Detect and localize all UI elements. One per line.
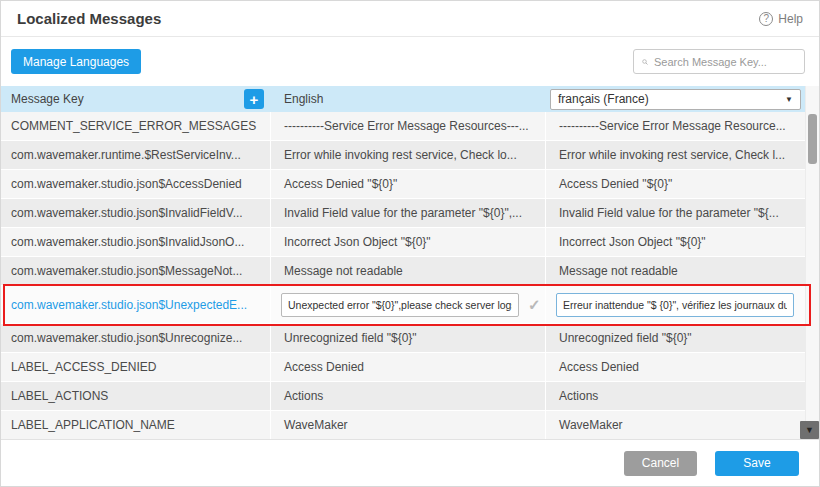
search-input[interactable] (654, 56, 796, 68)
english-cell[interactable]: Error while invoking rest service, Check… (271, 141, 546, 169)
english-cell[interactable]: Access Denied "${0}" (271, 170, 546, 198)
cancel-button[interactable]: Cancel (624, 451, 697, 476)
table-row: com.wavemaker.studio.json$Unrecognize...… (1, 324, 807, 353)
french-cell[interactable]: Error while invoking rest service, Check… (546, 141, 807, 169)
message-key-cell[interactable]: com.wavemaker.studio.json$MessageNot... (1, 257, 271, 285)
help-link[interactable]: ? Help (759, 12, 803, 26)
message-key-link[interactable]: com.wavemaker.studio.json$UnexpectedE... (11, 298, 247, 312)
table-row: LABEL_ACCESS_DENIED Access Denied Access… (1, 353, 807, 382)
add-message-key-button[interactable]: + (244, 89, 264, 109)
table-row: com.wavemaker.studio.json$InvalidJsonO..… (1, 228, 807, 257)
confirm-check-icon[interactable]: ✓ (528, 296, 541, 314)
manage-languages-button[interactable]: Manage Languages (11, 49, 141, 74)
english-cell[interactable]: ----------Service Error Message Resource… (271, 112, 546, 140)
french-cell[interactable]: Unrecognized field "${0}" (546, 324, 807, 352)
message-key-column-label: Message Key (11, 92, 84, 106)
english-cell[interactable]: Actions (271, 382, 546, 410)
table-row: com.wavemaker.runtime.$RestServiceInv...… (1, 141, 807, 170)
french-cell[interactable]: Access Denied (546, 353, 807, 381)
french-cell[interactable]: WaveMaker (546, 411, 807, 439)
help-label: Help (778, 12, 803, 26)
message-key-cell[interactable]: com.wavemaker.studio.json$InvalidFieldV.… (1, 199, 271, 227)
toolbar: Manage Languages (1, 37, 819, 86)
table-row: com.wavemaker.studio.json$InvalidFieldV.… (1, 199, 807, 228)
table-body: COMMENT_SERVICE_ERROR_MESSAGES ---------… (1, 112, 807, 440)
message-key-cell[interactable]: LABEL_APPLICATION_NAME (1, 411, 271, 439)
column-header-language: français (France) ▼ (546, 86, 807, 112)
save-button[interactable]: Save (715, 451, 799, 476)
page-title: Localized Messages (17, 10, 161, 27)
scrollbar-thumb[interactable] (808, 114, 817, 164)
message-key-cell[interactable]: LABEL_ACCESS_DENIED (1, 353, 271, 381)
search-icon (642, 56, 648, 68)
dialog-footer: Cancel Save (1, 439, 819, 486)
table-row: LABEL_APPLICATION_NAME WaveMaker WaveMak… (1, 411, 807, 440)
search-box (633, 49, 805, 74)
dialog-header: Localized Messages ? Help (1, 1, 819, 37)
french-cell[interactable]: Actions (546, 382, 807, 410)
scroll-down-button[interactable]: ▼ (800, 421, 819, 439)
english-column-label: English (284, 92, 323, 106)
english-cell[interactable]: Access Denied (271, 353, 546, 381)
table-header: Message Key + English français (France) … (1, 86, 807, 112)
french-value-input[interactable] (556, 293, 794, 317)
message-key-cell: com.wavemaker.studio.json$UnexpectedE... (1, 286, 271, 323)
column-header-english: English (271, 86, 546, 112)
message-key-cell[interactable]: com.wavemaker.runtime.$RestServiceInv... (1, 141, 271, 169)
message-key-cell[interactable]: com.wavemaker.studio.json$Unrecognize... (1, 324, 271, 352)
french-cell[interactable]: Incorrect Json Object "${0}" (546, 228, 807, 256)
vertical-scrollbar[interactable] (805, 86, 819, 441)
english-cell[interactable]: Incorrect Json Object "${0}" (271, 228, 546, 256)
message-key-cell[interactable]: LABEL_ACTIONS (1, 382, 271, 410)
english-value-input[interactable] (281, 293, 519, 317)
table-row: com.wavemaker.studio.json$MessageNot... … (1, 257, 807, 286)
message-key-cell[interactable]: com.wavemaker.studio.json$AccessDenied (1, 170, 271, 198)
message-key-cell[interactable]: com.wavemaker.studio.json$InvalidJsonO..… (1, 228, 271, 256)
english-cell-editing: ✓ (271, 286, 546, 323)
localized-messages-dialog: Localized Messages ? Help Manage Languag… (0, 0, 820, 487)
french-cell[interactable]: Access Denied "${0}" (546, 170, 807, 198)
message-key-cell[interactable]: COMMENT_SERVICE_ERROR_MESSAGES (1, 112, 271, 140)
column-header-message-key: Message Key + (1, 86, 271, 112)
language-selected-value: français (France) (558, 92, 649, 106)
english-cell[interactable]: Message not readable (271, 257, 546, 285)
table-row-selected: com.wavemaker.studio.json$UnexpectedE...… (1, 286, 807, 324)
table-row: LABEL_ACTIONS Actions Actions (1, 382, 807, 411)
language-select[interactable]: français (France) ▼ (550, 89, 801, 110)
french-cell-editing (546, 286, 807, 323)
help-icon: ? (759, 12, 773, 26)
english-cell[interactable]: Unrecognized field "${0}" (271, 324, 546, 352)
french-cell[interactable]: ----------Service Error Message Resource… (546, 112, 807, 140)
english-cell[interactable]: Invalid Field value for the parameter "$… (271, 199, 546, 227)
french-cell[interactable]: Invalid Field value for the parameter "$… (546, 199, 807, 227)
caret-down-icon: ▼ (785, 95, 793, 104)
french-cell[interactable]: Message not readable (546, 257, 807, 285)
table-row: COMMENT_SERVICE_ERROR_MESSAGES ---------… (1, 112, 807, 141)
english-cell[interactable]: WaveMaker (271, 411, 546, 439)
table-row: com.wavemaker.studio.json$AccessDenied A… (1, 170, 807, 199)
